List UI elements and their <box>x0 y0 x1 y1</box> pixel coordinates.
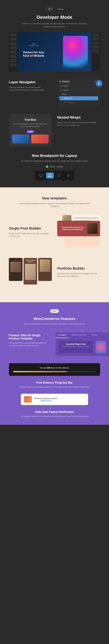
single-post-title: Single Post Builder <box>9 226 52 230</box>
navigator-panel: ☰ Navigator ⊞ ✕ ▢Section ▢Section ⌃ Wrap… <box>57 78 100 106</box>
mockup-text: Congue iaculis tellus justo eu vitae fac… <box>60 226 85 230</box>
page-subtitle: Improve your workflow and take it to the… <box>19 22 90 28</box>
templates-subtitle: Build custom templates for both, Single … <box>19 202 90 208</box>
version-badge: v27.2 <box>46 7 55 11</box>
navigator-row: Layer Navigator Improved navigator, will… <box>9 78 100 106</box>
product-tabs-desc: Use product tabs in single product templ… <box>9 342 47 347</box>
svg-rect-4 <box>58 174 60 177</box>
plugin-card: Essential Plugin Pack Venenatis netus en… <box>58 341 94 353</box>
sale-popup: Someone bought the product Future is Now… <box>21 394 88 405</box>
svg-rect-2 <box>48 174 51 176</box>
nav-item-wrap[interactable]: Wrap ⌃ <box>59 92 98 96</box>
dev-mode-section: v27.2 Update Developer Mode Improve your… <box>0 0 109 187</box>
progress-bar <box>13 371 96 372</box>
nested-wraps-desc: Design even more advanced layouts and ma… <box>57 121 100 126</box>
tabs-mockup: Description Additional Information Revie… <box>56 332 109 356</box>
nav-label: Section <box>63 85 69 87</box>
editor-left-sidebar <box>9 32 18 71</box>
mobile-icon <box>68 174 69 177</box>
textbox-desc: Neque tellus neque non amet. Sed neque m… <box>12 123 49 128</box>
nav-label: Wrap <box>62 93 66 95</box>
single-post-mockup: Congue iaculis tellus justo eu vitae fac… <box>57 215 100 247</box>
popup-desc: Turn potential customers into customers … <box>19 415 90 418</box>
svg-rect-0 <box>39 174 42 176</box>
wrap-thumb <box>31 134 49 144</box>
portfolio-title: Portfolio Builder <box>57 266 100 270</box>
active-dot-icon <box>46 166 48 168</box>
single-post-desc: Design custom single posts as you like a… <box>9 232 52 238</box>
device-mobile[interactable] <box>64 172 72 178</box>
nav-item-wrap-selected[interactable]: Wrap 1/3 ↖ <box>59 96 98 100</box>
svg-rect-5 <box>68 174 69 177</box>
tablet-icon <box>58 174 60 177</box>
device-laptop[interactable] <box>46 172 54 178</box>
editor-canvas: Be Website Builder Perfect For Any Kind … <box>18 32 91 71</box>
woo-subtitle: Improve WooCommerce stores even further … <box>19 322 90 325</box>
navigator-desc: Improved navigator, will provide you wit… <box>9 86 52 91</box>
popup-title: Fake Sale Popup Notification <box>9 410 100 414</box>
breakpoint-subtitle: An additional breakpoint for laptops all… <box>19 160 90 162</box>
product-tabs-title: Product Tabs for Single Product Template <box>9 334 47 340</box>
layers-fab-icon[interactable]: ☰ <box>96 80 102 86</box>
portfolio-row: Be Congue iaculisperit sapin dins Portfo… <box>9 254 100 288</box>
canvas-tag: Website Builder <box>21 45 46 46</box>
pf-image <box>40 259 50 272</box>
nav-item-columns[interactable]: ⊞Columns <box>59 100 98 104</box>
nav-label: Section <box>63 89 69 91</box>
portfolio-desc: Manage custom single portfolio templates… <box>57 272 100 278</box>
progress-desc: Increase sales by encouraging customers … <box>19 386 90 388</box>
plugin-image <box>96 341 106 353</box>
textbox-nested-row: Text Box Neque tellus neque non amet. Se… <box>9 114 100 146</box>
nav-item-section[interactable]: ▢Section ⌃ <box>59 88 98 92</box>
chat-line <box>66 243 86 245</box>
navigator-icon <box>59 81 61 82</box>
device-tablet[interactable] <box>55 172 63 178</box>
grid-icon[interactable]: ⊞ <box>94 80 96 82</box>
progress-text: You are 50$ short for free delivery. <box>13 367 96 369</box>
textbox-title: Text Box <box>12 118 49 122</box>
templates-title: New templates <box>9 196 100 200</box>
editor-screenshot: Be Website Builder Perfect For Any Kind … <box>9 32 100 71</box>
portfolio-item: Be <box>9 258 22 281</box>
nested-wraps-title: Nested Wraps <box>57 116 100 120</box>
portfolio-mockup: Be Congue iaculisperit sapin dins <box>9 254 52 288</box>
tab-description[interactable]: Description <box>56 332 69 338</box>
close-icon[interactable]: ✕ <box>85 395 86 398</box>
wrap-badge: Wrap <box>27 130 34 133</box>
canvas-headline: Perfect For Any Kind of Website <box>21 51 46 58</box>
avatar-image <box>87 223 98 234</box>
canvas-brand: Be <box>21 43 46 45</box>
chat-line <box>73 217 99 219</box>
popup-product-image <box>24 396 32 402</box>
woo-section: WOO WooCommerce Features Improve WooComm… <box>0 302 109 425</box>
chevron-up-icon: ⌃ <box>96 89 97 91</box>
templates-section: New templates Build custom templates for… <box>0 187 109 302</box>
pf-image <box>25 264 36 280</box>
woo-title: WooCommerce Features <box>9 317 100 321</box>
popup-text: Someone bought the product <box>34 398 57 400</box>
progress-fill <box>13 371 67 372</box>
update-label: Update <box>57 8 63 10</box>
breakpoint-range: 960px - 1440px <box>46 166 63 168</box>
woo-logo: WOO <box>50 309 59 313</box>
navigator-panel-title: Navigator <box>62 80 70 82</box>
portfolio-item <box>38 258 52 281</box>
tab-additional-info[interactable]: Additional Information <box>69 332 89 338</box>
single-post-row: Single Post Builder Design custom single… <box>9 215 100 247</box>
popup-product-link[interactable]: Future is Now <box>34 400 57 401</box>
device-desktop[interactable] <box>37 172 45 178</box>
navigator-title: Layer Navigator <box>9 80 52 84</box>
laptop-icon <box>48 174 52 177</box>
device-switcher <box>35 171 74 180</box>
wrap-thumb <box>12 134 30 144</box>
tab-reviews[interactable]: Reviews <box>89 332 100 338</box>
chat-line <box>66 240 99 242</box>
range-text: 960px - 1440px <box>50 166 63 168</box>
nav-item-section[interactable]: ▢Section <box>59 84 98 88</box>
editor-right-sidebar <box>91 32 100 71</box>
page-title: Developer Mode <box>9 14 100 20</box>
pf-image <box>10 262 21 272</box>
portfolio-item: Congue iaculisperit sapin dins <box>23 258 37 284</box>
textbox-card: Text Box Neque tellus neque non amet. Se… <box>9 114 52 146</box>
pf-brand: Be <box>10 259 21 260</box>
